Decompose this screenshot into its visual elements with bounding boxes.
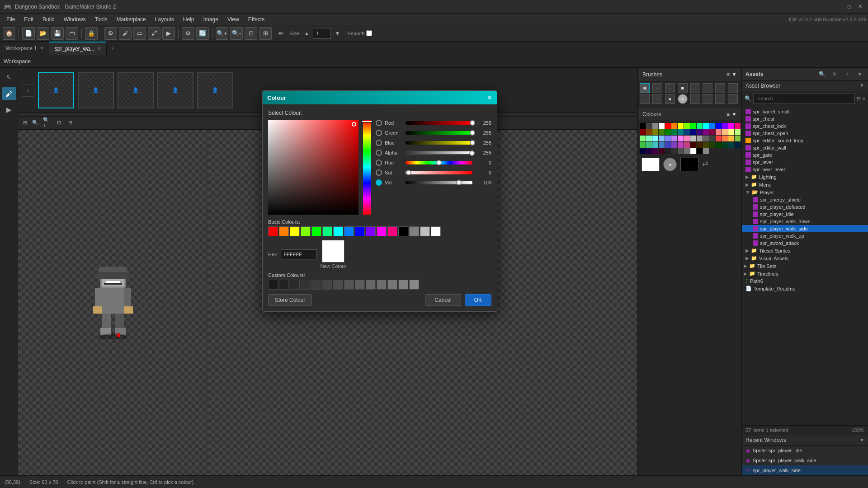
- colour-cell-61[interactable]: [722, 142, 728, 148]
- brush-r25[interactable]: [690, 94, 700, 104]
- colour-cell-23[interactable]: [684, 129, 690, 135]
- colour-cell-31[interactable]: [735, 129, 741, 135]
- colour-cell-16[interactable]: [640, 129, 646, 135]
- colour-cell-46[interactable]: [728, 136, 734, 141]
- swap-colours-button[interactable]: ⇄: [702, 159, 713, 170]
- cv-split-btn[interactable]: ⊟: [65, 118, 75, 128]
- colour-cell-25[interactable]: [697, 129, 703, 135]
- add-tab-button[interactable]: +: [107, 45, 119, 52]
- colour-cell-38[interactable]: [678, 136, 684, 141]
- tree-item-player-walk-down[interactable]: spr_player_walk_down: [742, 218, 868, 225]
- custom-colour-4[interactable]: [311, 280, 321, 290]
- hex-input[interactable]: [281, 249, 317, 259]
- menu-edit[interactable]: Edit: [19, 15, 38, 24]
- cv-grid-btn[interactable]: ⊞: [20, 118, 30, 128]
- colour-wheel-button[interactable]: ●: [663, 158, 677, 171]
- colour-cell-53[interactable]: [671, 142, 677, 148]
- assets-close-button[interactable]: ✕: [830, 70, 839, 79]
- basic-colour-2[interactable]: [290, 226, 300, 236]
- recent-windows-header[interactable]: Recent Windows ▼: [742, 435, 868, 446]
- colour-cell-56[interactable]: [690, 142, 696, 148]
- colour-cell-5[interactable]: [671, 123, 677, 129]
- colour-cell-68[interactable]: [665, 148, 671, 154]
- colour-cell-65[interactable]: [646, 148, 652, 154]
- colour-cell-70[interactable]: [678, 148, 684, 154]
- tree-item-player-idle[interactable]: spr_player_idle: [742, 211, 868, 218]
- custom-colour-9[interactable]: [366, 280, 376, 290]
- tab-workspace1[interactable]: Workspace 1 ✕: [0, 42, 49, 55]
- sprite-canvas-left[interactable]: [18, 130, 208, 475]
- colour-cell-51[interactable]: [659, 142, 665, 148]
- colour-cell-71[interactable]: [684, 148, 690, 154]
- hue-slider[interactable]: [406, 161, 472, 164]
- colour-cell-34[interactable]: [652, 136, 658, 141]
- folder-player[interactable]: ▼ 📂 Player: [742, 188, 868, 196]
- custom-colour-5[interactable]: [322, 280, 332, 290]
- sat-slider[interactable]: [406, 171, 472, 174]
- brush-sq4[interactable]: [703, 83, 712, 93]
- colour-cell-18[interactable]: [652, 129, 658, 135]
- sprite-btn1[interactable]: ⚙: [182, 27, 194, 40]
- colour-cell-64[interactable]: [640, 148, 646, 154]
- brushes-panel-header[interactable]: Brushes ≡ ▼: [638, 68, 741, 81]
- colour-cell-44[interactable]: [716, 136, 722, 141]
- cv-zoom-in-btn[interactable]: 🔍+: [42, 118, 52, 128]
- colour-cell-3[interactable]: [659, 123, 665, 129]
- val-radio[interactable]: [376, 179, 382, 186]
- colour-cell-74[interactable]: [703, 148, 709, 154]
- menu-image[interactable]: Image: [199, 15, 223, 24]
- basic-colour-0[interactable]: [268, 226, 278, 236]
- colour-cell-48[interactable]: [640, 142, 646, 148]
- menu-file[interactable]: File: [2, 15, 19, 24]
- colour-cell-32[interactable]: [640, 136, 646, 141]
- colour-cell-12[interactable]: [716, 123, 722, 129]
- colour-cell-8[interactable]: [690, 123, 696, 129]
- brush-sq6[interactable]: [728, 83, 738, 93]
- basic-colour-7[interactable]: [344, 226, 354, 236]
- colour-cell-41[interactable]: [697, 136, 703, 141]
- basic-colour-13[interactable]: [409, 226, 419, 236]
- brush-sq3[interactable]: [690, 83, 700, 93]
- colour-cell-60[interactable]: [716, 142, 722, 148]
- folder-lighting[interactable]: ▶ 📁 Lighting: [742, 173, 868, 181]
- frame-thumb-1[interactable]: 👤: [38, 72, 74, 108]
- custom-colour-12[interactable]: [398, 280, 408, 290]
- assets-filter-button[interactable]: 🔍: [817, 70, 826, 79]
- menu-marketplace[interactable]: Marketplace: [112, 15, 150, 24]
- recent-item-player-walk-side[interactable]: ◉ Sprite: spr_player_walk_side: [742, 455, 868, 465]
- brush-r21[interactable]: [640, 94, 650, 104]
- brush-dot2[interactable]: ·: [665, 83, 675, 93]
- colour-cell-4[interactable]: [665, 123, 671, 129]
- brush-dot[interactable]: ·: [652, 83, 662, 93]
- frame-thumb-5[interactable]: 👤: [197, 72, 233, 108]
- brush-r24[interactable]: ●: [678, 94, 688, 104]
- zoom-fit-button[interactable]: ⊡: [245, 27, 257, 40]
- tab-workspace1-close[interactable]: ✕: [40, 46, 43, 51]
- assets-tab-label[interactable]: Assets: [745, 71, 763, 77]
- ok-button[interactable]: OK: [465, 294, 491, 306]
- minimize-button[interactable]: ─: [834, 2, 843, 11]
- colour-cell-9[interactable]: [697, 123, 703, 129]
- colour-cell-21[interactable]: [671, 129, 677, 135]
- colour-cell-58[interactable]: [703, 142, 709, 148]
- tree-item-energy-shield[interactable]: spr_energy_shield: [742, 196, 868, 203]
- folder-visual-assets[interactable]: ▶ 📁 Visual Assets: [742, 254, 868, 262]
- tree-item-player-walk-up[interactable]: spr_player_walk_up: [742, 232, 868, 239]
- colour-cell-73[interactable]: [697, 148, 703, 154]
- assets-expand-button[interactable]: ▼: [855, 70, 864, 79]
- basic-colour-5[interactable]: [322, 226, 332, 236]
- basic-colour-15[interactable]: [431, 226, 441, 236]
- basic-colour-4[interactable]: [311, 226, 321, 236]
- tools-button[interactable]: ⚙: [104, 27, 117, 40]
- colour-cell-49[interactable]: [646, 142, 652, 148]
- cv-fit-btn[interactable]: ⊡: [54, 118, 64, 128]
- folder-timelines[interactable]: ▶ 📁 Timelines: [742, 270, 868, 277]
- tree-item-spr-next-level[interactable]: spr_next_level: [742, 166, 868, 173]
- colour-cell-69[interactable]: [671, 148, 677, 154]
- tree-item-spr-chest-open[interactable]: spr_chest_open: [742, 130, 868, 137]
- colour-cell-37[interactable]: [671, 136, 677, 141]
- colour-cell-43[interactable]: [709, 136, 715, 141]
- sat-radio[interactable]: [376, 169, 382, 176]
- basic-colour-11[interactable]: [387, 226, 397, 236]
- menu-view[interactable]: View: [223, 15, 244, 24]
